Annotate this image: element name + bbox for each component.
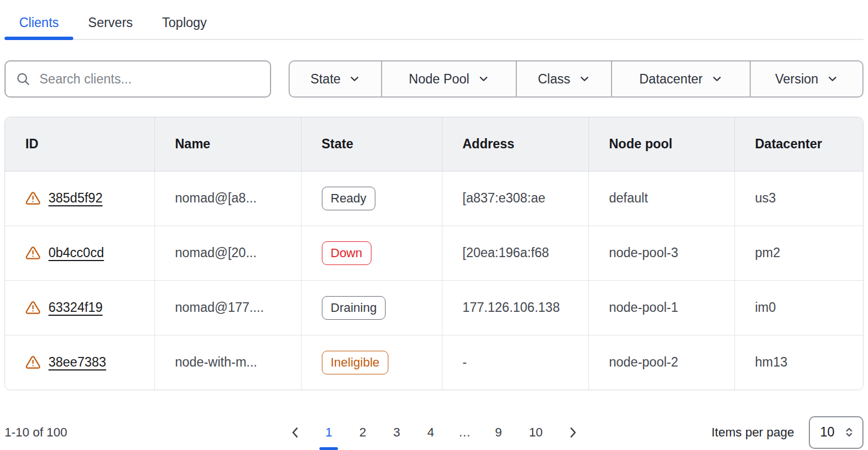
tab-servers-label: Servers (88, 15, 132, 30)
page-10[interactable]: 10 (521, 422, 550, 443)
client-address: [20ea:196a:f68 (442, 226, 588, 280)
chevron-down-icon (711, 73, 723, 85)
table-row[interactable]: 385d5f92 nomad@[a8... Ready [a837:e308:a… (5, 171, 863, 226)
chevron-down-icon (827, 73, 838, 85)
col-header-id: ID (5, 117, 154, 171)
tab-topology-label: Toplogy (162, 15, 207, 30)
filter-version-label: Version (775, 72, 818, 87)
state-badge: Draining (322, 296, 386, 320)
pagination-range: 1-10 of 100 (5, 425, 67, 440)
search-clients-box[interactable] (5, 60, 271, 98)
items-per-page-select[interactable]: 10 (809, 416, 863, 449)
filter-group: State Node Pool Class Datacenter Version (289, 60, 863, 98)
search-input[interactable] (39, 72, 260, 87)
client-address: [a837:e308:ae (442, 171, 588, 226)
table-row[interactable]: 38ee7383 node-with-m... Ineligible - nod… (5, 335, 863, 390)
client-address: - (442, 335, 588, 390)
filter-class-label: Class (538, 72, 570, 87)
clients-table: ID Name State Address Node pool Datacent… (5, 117, 863, 390)
filter-datacenter[interactable]: Datacenter (612, 61, 751, 96)
search-icon (16, 72, 30, 86)
client-id-link[interactable]: 0b4cc0cd (48, 245, 104, 261)
warning-icon (25, 355, 41, 370)
chevron-left-icon[interactable] (285, 422, 305, 443)
chevron-down-icon (349, 73, 360, 85)
state-badge: Ineligible (322, 351, 389, 374)
chevron-down-icon (478, 73, 489, 85)
toolbar: State Node Pool Class Datacenter Version (5, 60, 863, 98)
col-header-state: State (301, 117, 442, 171)
page-9[interactable]: 9 (488, 422, 509, 443)
client-id-link[interactable]: 38ee7383 (48, 355, 106, 370)
client-node-pool: node-pool-3 (588, 226, 734, 280)
up-down-chevrons-icon (844, 427, 854, 438)
clients-page: Clients Servers Toplogy State Node Pool (0, 0, 868, 450)
pagination-bar: 1-10 of 100 1 2 3 4 … 9 10 Items per pag… (5, 413, 863, 450)
col-header-name: Name (154, 117, 301, 171)
table-header-row: ID Name State Address Node pool Datacent… (5, 117, 863, 171)
client-node-pool: node-pool-1 (588, 280, 734, 335)
page-1[interactable]: 1 (318, 422, 339, 443)
client-datacenter: hm13 (734, 335, 863, 390)
page-3[interactable]: 3 (386, 422, 408, 443)
warning-icon (25, 300, 41, 315)
col-header-node-pool: Node pool (588, 117, 734, 171)
client-node-pool: node-pool-2 (588, 335, 734, 390)
client-name: node-with-m... (154, 335, 301, 390)
items-per-page-value: 10 (820, 425, 835, 440)
pager: 1 2 3 4 … 9 10 (285, 422, 583, 443)
col-header-datacenter: Datacenter (734, 117, 863, 171)
table-row[interactable]: 63324f19 nomad@177.... Draining 177.126.… (5, 280, 863, 335)
client-address: 177.126.106.138 (442, 280, 588, 335)
col-header-address: Address (442, 117, 588, 171)
filter-state-label: State (311, 72, 341, 87)
client-id-link[interactable]: 385d5f92 (48, 191, 103, 206)
page-4[interactable]: 4 (420, 422, 441, 443)
client-datacenter: pm2 (734, 226, 863, 280)
filter-node-pool[interactable]: Node Pool (382, 61, 517, 96)
filter-version[interactable]: Version (751, 61, 862, 96)
items-per-page: Items per page 10 (711, 416, 863, 449)
chevron-right-icon[interactable] (563, 422, 583, 443)
page-2[interactable]: 2 (352, 422, 373, 443)
filter-class[interactable]: Class (517, 61, 612, 96)
table-row[interactable]: 0b4cc0cd nomad@[20... Down [20ea:196a:f6… (5, 226, 863, 280)
state-badge: Down (322, 241, 371, 265)
client-id-link[interactable]: 63324f19 (48, 300, 103, 315)
items-per-page-label: Items per page (711, 425, 794, 440)
warning-icon (25, 245, 41, 261)
client-name: nomad@[20... (154, 226, 301, 280)
chevron-down-icon (579, 73, 590, 85)
filter-node-pool-label: Node Pool (409, 72, 469, 87)
tab-clients[interactable]: Clients (5, 7, 73, 39)
client-name: nomad@177.... (154, 280, 301, 335)
page-ellipsis: … (454, 422, 475, 443)
tab-topology[interactable]: Toplogy (148, 7, 222, 39)
client-datacenter: im0 (734, 280, 863, 335)
client-datacenter: us3 (734, 171, 863, 226)
tab-servers[interactable]: Servers (73, 7, 147, 39)
client-node-pool: default (588, 171, 734, 226)
top-tabs: Clients Servers Toplogy (5, 7, 863, 40)
filter-datacenter-label: Datacenter (639, 72, 703, 87)
tab-clients-label: Clients (19, 15, 59, 30)
filter-state[interactable]: State (290, 61, 382, 96)
state-badge: Ready (322, 187, 376, 210)
warning-icon (25, 191, 41, 206)
client-name: nomad@[a8... (154, 171, 301, 226)
